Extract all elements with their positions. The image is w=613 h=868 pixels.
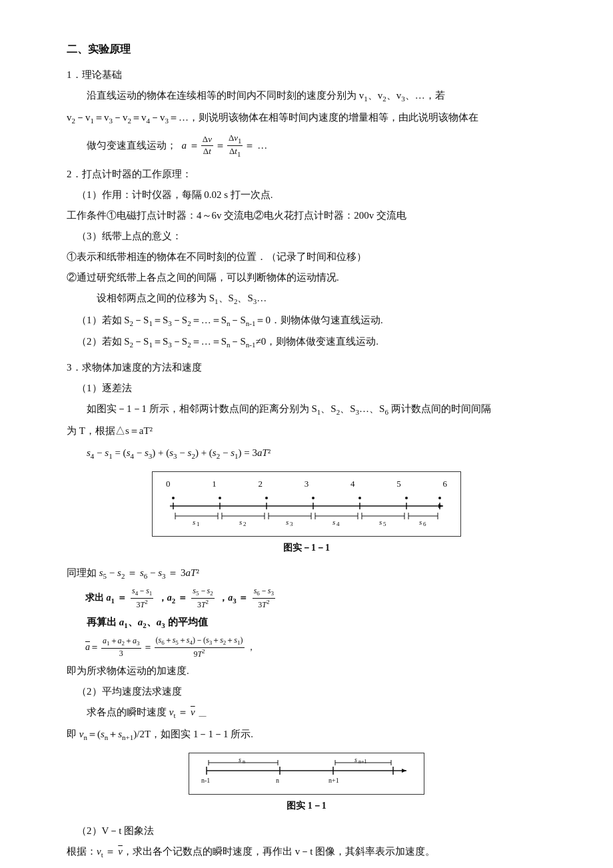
- svg-text:s: s: [193, 518, 195, 526]
- svg-text:n: n: [276, 777, 279, 784]
- svg-text:n+1: n+1: [328, 777, 339, 784]
- svg-point-1: [219, 497, 221, 499]
- svg-text:s: s: [354, 757, 357, 763]
- svg-text:n: n: [243, 759, 245, 765]
- nl-num-2: 2: [259, 476, 263, 491]
- svg-text:4: 4: [336, 521, 340, 526]
- diagram2-container: s n s n+1 n-1 n n+1 图实 1－1: [67, 753, 546, 814]
- a-formulas: 求出 a1 ＝ s4－s1 3T2 ，a2 ＝ s5－s2 3T2 ，a3 ＝ …: [85, 586, 546, 611]
- s3-p5: 即为所求物体运动的加速度.: [67, 662, 546, 680]
- svg-text:s: s: [419, 518, 422, 526]
- s3-p6: （2）平均速度法求速度: [67, 683, 546, 701]
- s1-p2: v2－v1＝v3－v2＝v4－v3＝…，则说明该物体在相等时间内速度的增量相等，…: [67, 109, 546, 128]
- diagram2-svg: s n s n+1 n-1 n n+1: [200, 757, 413, 784]
- s1-title: 1．理论基础: [67, 66, 546, 84]
- accel-formula: 做匀变速直线运动； a ＝ Δv Δt ＝ Δv1 Δt1 ＝ …: [87, 133, 546, 158]
- avg-formula: a ＝ a1＋a2＋a3 3 ＝ (s6＋s5＋s4)－(s3＋s2＋s1) 9…: [85, 635, 546, 660]
- nl-num-4: 4: [350, 476, 355, 491]
- diagram1-container: 0 1 2 3 4 5 6: [67, 471, 546, 557]
- svg-marker-51: [402, 769, 406, 773]
- nl-num-0: 0: [166, 476, 171, 491]
- main-formula: s4 − s1 = (s4 − s3) + (s3 − s2) + (s2 − …: [87, 444, 546, 463]
- svg-text:5: 5: [383, 521, 386, 526]
- nl-num-3: 3: [305, 476, 309, 491]
- svg-text:s: s: [332, 518, 335, 526]
- s2-p3: （3）纸带上点的意义：: [67, 227, 546, 245]
- svg-text:3: 3: [290, 521, 293, 526]
- number-line-box: 0 1 2 3 4 5 6: [152, 471, 461, 537]
- svg-marker-15: [438, 504, 443, 508]
- s3-title: 3．求物体加速度的方法和速度: [67, 359, 546, 377]
- svg-point-4: [358, 497, 361, 499]
- svg-text:s: s: [379, 518, 382, 526]
- s2-title: 2．打点计时器的工作原理：: [67, 165, 546, 183]
- avg-label: 再算出 a1、a2、a3 的平均值: [87, 613, 546, 633]
- svg-text:6: 6: [423, 521, 426, 526]
- svg-text:n-1: n-1: [201, 777, 210, 784]
- svg-text:1: 1: [197, 521, 200, 526]
- s2-p5: ②通过研究纸带上各点之间的间隔，可以判断物体的运动情况.: [67, 269, 546, 287]
- s3-p3: 为 T，根据△s＝aT²: [67, 422, 546, 440]
- s3-p2: 如图实－1－1 所示，相邻两计数点间的距离分别为 S1、S2、S3…、S6 两计…: [67, 400, 546, 419]
- s2-p7: （1）若如 S2－S1＝S3－S2＝…＝Sn－Sn-1＝0．则物体做匀速直线运动…: [67, 311, 546, 331]
- page-content: 二、实验原理 1．理论基础 沿直线运动的物体在连续相等的时间内不同时刻的速度分别…: [67, 40, 546, 868]
- svg-point-3: [312, 497, 314, 499]
- svg-point-5: [405, 497, 408, 499]
- svg-point-6: [438, 497, 441, 499]
- diagram1-label: 图实－1－1: [283, 539, 330, 556]
- s2-p2: 工作条件①电磁打点计时器：4～6v 交流电②电火花打点计时器：200v 交流电: [67, 207, 546, 225]
- s2-p4: ①表示和纸带相连的物体在不同时刻的位置．（记录了时间和位移）: [67, 248, 546, 266]
- s3-p9: （2）V－t 图象法: [67, 822, 546, 840]
- svg-text:s: s: [286, 518, 289, 526]
- svg-point-2: [265, 497, 268, 499]
- nl-num-1: 1: [212, 476, 217, 491]
- s2-p8: （2）若如 S2－S1＝S3－S2＝…＝Sn－Sn-1≠0，则物体做变速直线运动…: [67, 333, 546, 352]
- s2-p1: （1）作用：计时仪器，每隔 0.02 s 打一次点.: [67, 186, 546, 204]
- s3-p1: （1）逐差法: [67, 379, 546, 397]
- svg-point-0: [172, 497, 175, 499]
- s3-p8: 即 vn＝(sn＋sn+1)/2T，如图实 1－1－1 所示.: [67, 725, 546, 745]
- s3-p4: 同理如 s5 − s2 ＝ s6 − s3 ＝ 3aT²: [67, 564, 546, 583]
- svg-text:s: s: [239, 518, 242, 526]
- number-line-svg: s 1 s 2 s 3 s 4: [163, 493, 450, 526]
- svg-text:s: s: [239, 757, 241, 763]
- diagram2-label: 图实 1－1: [287, 797, 326, 814]
- inst-velocity-line: 求各点的瞬时速度 vt ＝ v —: [87, 703, 546, 723]
- nl-num-5: 5: [396, 476, 401, 491]
- svg-text:2: 2: [243, 521, 247, 526]
- nl-num-6: 6: [443, 476, 448, 491]
- s1-p1: 沿直线运动的物体在连续相等的时间内不同时刻的速度分别为 v1、v2、v3、…，若: [67, 87, 546, 106]
- s2-p6: 设相邻两点之间的位移为 S1、S2、S3…: [67, 289, 546, 309]
- s3-p10: 根据：vt ＝ v，求出各个记数点的瞬时速度，再作出 v－t 图像，其斜率表示加…: [67, 843, 546, 862]
- section2-title: 二、实验原理: [67, 40, 546, 59]
- svg-text:n+1: n+1: [358, 759, 367, 765]
